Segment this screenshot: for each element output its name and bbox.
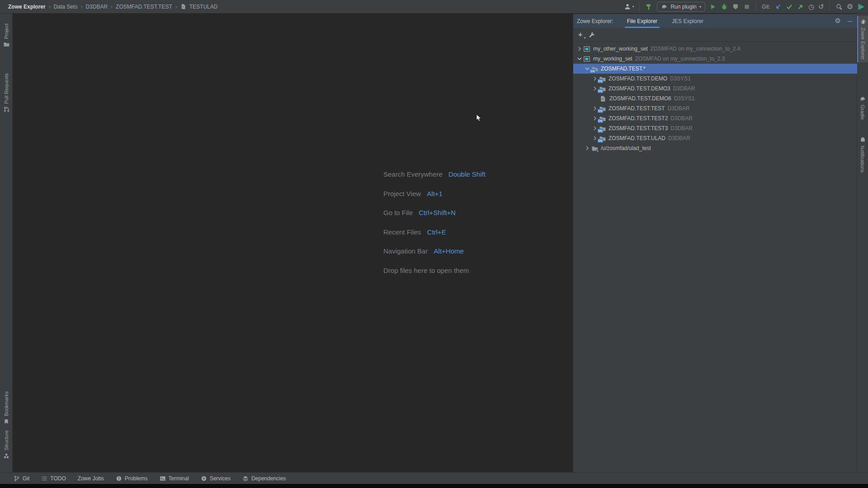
tool-stripe-notifications[interactable]: Notifications xyxy=(857,136,868,173)
folder-icon xyxy=(3,41,9,47)
tool-stripe-zowe-explorer[interactable]: Zowe Explorer xyxy=(857,16,868,62)
tab-file-explorer[interactable]: File Explorer xyxy=(626,14,658,28)
tree-item-label: my_working_set xyxy=(593,56,632,62)
pull-requests-stripe-label: Pull Requests xyxy=(4,73,9,104)
run-configuration-label: Run plugin xyxy=(670,4,696,10)
add-working-set-button[interactable]: + ▾ xyxy=(578,31,582,39)
shortcut-keys: Alt+1 xyxy=(427,190,443,197)
tree-item-suffix: ZOSMFAD on my_connection_to_2.3 xyxy=(635,56,725,62)
tree-item-label: ZOSMFAD.TEST.* xyxy=(601,66,646,72)
tool-button-label: Services xyxy=(210,475,231,482)
run-with-coverage-button[interactable] xyxy=(732,3,739,10)
sidebar-item-bookmarks[interactable]: Bookmarks xyxy=(0,391,12,425)
project-stripe-label: Project xyxy=(4,23,9,39)
breadcrumb-separator-icon: › xyxy=(175,4,177,10)
tool-window-title: Zowe Explorer: xyxy=(577,18,613,24)
tab-jes-explorer[interactable]: JES Explorer xyxy=(671,14,704,28)
user-account-button[interactable]: ▾ xyxy=(624,3,634,10)
tool-button-dependencies[interactable]: Dependencies xyxy=(242,475,286,482)
tool-button-problems[interactable]: Problems xyxy=(116,475,148,482)
tool-button-todo[interactable]: TODO xyxy=(41,475,66,482)
tree-row-dataset[interactable]: DS ZOSMFAD.TEST.DEMO D3SYS1 xyxy=(573,74,857,84)
ds-badge: DS xyxy=(590,69,595,73)
git-branch-icon xyxy=(14,475,20,482)
stop-button[interactable] xyxy=(743,3,750,10)
toolbar-divider xyxy=(830,3,830,11)
tool-button-git[interactable]: Git xyxy=(14,475,29,482)
tool-stripe-gradle[interactable]: Gradle xyxy=(857,96,868,120)
shortcut-row: Drop files here to open them xyxy=(383,267,469,274)
tree-row-working-set[interactable]: my_other_working_set ZOSMFAD on my_conne… xyxy=(573,44,857,54)
breadcrumb-member[interactable]: TESTULAD xyxy=(189,4,218,10)
structure-icon xyxy=(3,453,9,459)
tool-button-zowe-jobs[interactable]: Zowe Jobs xyxy=(78,475,104,482)
tree-row-sequential-dataset[interactable]: ZOSMFAD.TEST.DEMO6 D3SYS1 xyxy=(573,94,857,103)
tool-button-services[interactable]: Services xyxy=(201,475,231,482)
settings-gear-icon[interactable]: ⚙ xyxy=(847,3,853,10)
run-configuration-select[interactable]: Run plugin ▾ xyxy=(657,2,705,12)
structure-stripe-label: Structure xyxy=(4,430,9,450)
tree-item-suffix: D3SYS1 xyxy=(674,95,695,102)
tool-window-settings-gear-icon[interactable]: ⚙ xyxy=(835,18,841,24)
ds-badge: DS xyxy=(598,109,603,113)
toolbar-divider xyxy=(639,3,640,11)
debug-button[interactable] xyxy=(721,3,728,10)
tree-row-uss-directory[interactable]: /u/zosmfad/ulad_test xyxy=(573,143,857,153)
gradle-stripe-label: Gradle xyxy=(860,105,865,120)
run-button[interactable] xyxy=(709,3,717,10)
tool-button-terminal[interactable]: Terminal xyxy=(160,475,189,482)
breadcrumb: Zowe Explorer › Data Sets › D3DBAR › ZOS… xyxy=(0,4,217,10)
breadcrumb-data-sets[interactable]: Data Sets xyxy=(54,4,78,10)
tree-row-dataset-mask-selected[interactable]: DS ZOSMFAD.TEST.* xyxy=(573,64,857,74)
plus-icon: + xyxy=(578,31,582,38)
tool-button-label: Git xyxy=(23,475,29,482)
git-update-button[interactable] xyxy=(774,3,782,10)
zowe-explorer-stripe-label: Zowe Explorer xyxy=(860,28,866,60)
breadcrumb-d3dbar[interactable]: D3DBAR xyxy=(85,4,108,10)
tree-row-working-set[interactable]: my_working_set ZOSMFAD on my_connection_… xyxy=(573,54,857,64)
mouse-cursor xyxy=(476,114,481,122)
shortcut-row: Recent Files Ctrl+E xyxy=(383,228,446,236)
chevron-down-icon[interactable] xyxy=(576,55,583,62)
breadcrumb-dataset[interactable]: ZOSMFAD.TEST.TEST xyxy=(116,4,172,10)
sidebar-item-pull-requests[interactable]: Pull Requests xyxy=(0,73,12,113)
breadcrumb-zowe-explorer[interactable]: Zowe Explorer xyxy=(8,4,46,10)
tree-row-dataset[interactable]: DS ZOSMFAD.TEST.DEMO3 D3DBAR xyxy=(573,84,857,94)
sidebar-item-structure[interactable]: Structure xyxy=(0,430,12,459)
tool-button-label: TODO xyxy=(50,475,66,482)
rollback-icon[interactable]: ↺ xyxy=(818,4,824,10)
ide-window: Zowe Explorer › Data Sets › D3DBAR › ZOS… xyxy=(0,0,868,488)
sidebar-item-project[interactable]: Project xyxy=(0,23,12,47)
breadcrumb-separator-icon: › xyxy=(49,4,51,10)
shortcut-label: Search Everywhere xyxy=(383,170,443,178)
editor-area[interactable]: Search Everywhere Double Shift Project V… xyxy=(13,14,572,472)
chevron-right-icon[interactable] xyxy=(584,145,591,152)
build-hammer-button[interactable] xyxy=(645,3,653,11)
user-icon xyxy=(624,3,631,10)
tool-button-label: Zowe Jobs xyxy=(78,475,104,482)
git-push-button[interactable] xyxy=(797,3,804,10)
tree-row-dataset[interactable]: DS ZOSMFAD.TEST.TEST2 D3DBAR xyxy=(573,113,857,123)
chevron-right-icon[interactable] xyxy=(576,45,583,52)
git-commit-button[interactable] xyxy=(786,3,793,10)
zowe-explorer-tool-window: Zowe Explorer: File Explorer JES Explore… xyxy=(573,14,857,472)
hide-tool-window-icon[interactable]: — xyxy=(847,19,853,24)
ds-badge: DS xyxy=(598,139,603,143)
working-set-icon xyxy=(583,56,590,62)
tool-button-label: Problems xyxy=(125,475,148,482)
shortcut-row: Project View Alt+1 xyxy=(383,190,443,197)
file-icon xyxy=(180,4,186,9)
search-everywhere-button[interactable] xyxy=(835,3,843,10)
tree-row-dataset[interactable]: DS ZOSMFAD.TEST.ULAD D3DBAR xyxy=(573,133,857,143)
edit-wrench-button[interactable] xyxy=(589,32,595,38)
history-icon[interactable]: ◷ xyxy=(808,4,814,10)
ide-profile-logo-icon[interactable] xyxy=(857,3,864,10)
chevron-down-icon: ▾ xyxy=(632,5,634,9)
tree-row-dataset[interactable]: DS ZOSMFAD.TEST.TEST3 D3DBAR xyxy=(573,123,857,133)
bottom-tool-window-bar: Git TODO Zowe Jobs Problems Terminal Ser… xyxy=(0,472,868,484)
pull-request-icon xyxy=(3,106,9,113)
shortcut-row: Navigation Bar Alt+Home xyxy=(383,247,464,255)
tree-item-label: ZOSMFAD.TEST.DEMO3 xyxy=(609,85,670,92)
tree-row-dataset[interactable]: DS ZOSMFAD.TEST.TEST D3DBAR xyxy=(573,103,857,113)
bell-icon xyxy=(859,136,866,143)
